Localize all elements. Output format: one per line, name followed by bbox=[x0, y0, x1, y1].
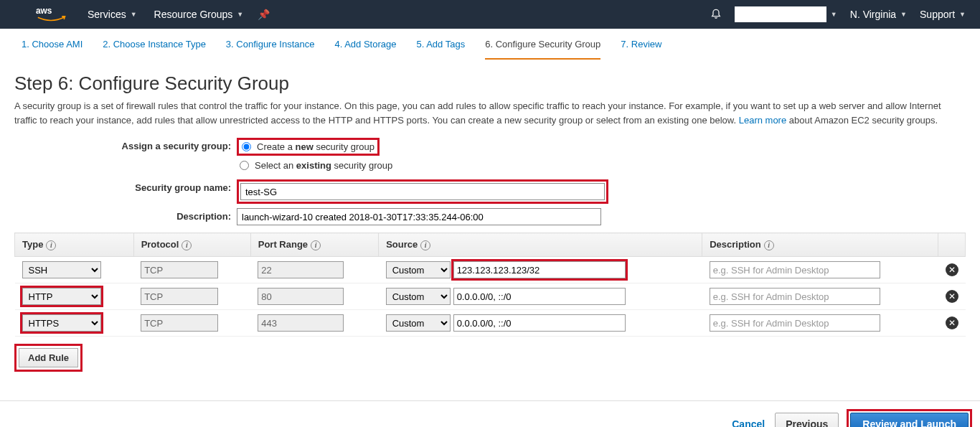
rule-protocol-input bbox=[141, 288, 218, 305]
pin-icon[interactable]: 📌 bbox=[258, 9, 270, 20]
rule-source-mode-select[interactable]: Custom bbox=[386, 261, 451, 278]
nav-services[interactable]: Services ▼ bbox=[88, 9, 137, 20]
svg-text:aws: aws bbox=[36, 6, 52, 16]
th-type: Typei bbox=[15, 233, 134, 257]
wizard-tab[interactable]: 7. Review bbox=[621, 39, 661, 60]
assign-sg-label: Assign a security group: bbox=[14, 138, 237, 151]
rule-source-input[interactable] bbox=[453, 261, 626, 278]
wizard-tab[interactable]: 1. Choose AMI bbox=[22, 39, 83, 60]
caret-down-icon: ▼ bbox=[900, 11, 907, 18]
radio-create-new-sg-wrap: Create a new security group bbox=[237, 138, 380, 156]
review-and-launch-button[interactable]: Review and Launch bbox=[850, 413, 969, 427]
top-nav: aws Services ▼ Resource Groups ▼ 📌 ▼ N. … bbox=[0, 0, 980, 29]
table-row: HTTPCustom✕ bbox=[15, 283, 966, 310]
radio-select-existing-sg[interactable] bbox=[240, 161, 249, 170]
rule-port-input bbox=[258, 288, 344, 305]
info-icon[interactable]: i bbox=[311, 240, 321, 250]
info-icon[interactable]: i bbox=[182, 240, 192, 250]
th-port-range: Port Rangei bbox=[250, 233, 378, 257]
rule-source-mode-select[interactable]: Custom bbox=[386, 314, 451, 332]
radio-select-existing-sg-wrap: Select an existing security group bbox=[237, 159, 966, 172]
rule-protocol-input bbox=[141, 261, 218, 278]
nav-resource-groups[interactable]: Resource Groups ▼ bbox=[154, 9, 244, 20]
account-dropdown[interactable] bbox=[735, 6, 826, 22]
remove-rule-icon[interactable]: ✕ bbox=[946, 316, 958, 329]
table-row: HTTPSCustom✕ bbox=[15, 310, 966, 337]
info-icon[interactable]: i bbox=[764, 240, 774, 250]
rule-source-input[interactable] bbox=[453, 288, 626, 305]
sg-desc-input[interactable] bbox=[237, 208, 601, 225]
rule-description-input[interactable] bbox=[710, 314, 880, 332]
wizard-tab[interactable]: 3. Configure Instance bbox=[226, 39, 315, 60]
caret-down-icon: ▼ bbox=[959, 11, 966, 18]
info-icon[interactable]: i bbox=[46, 240, 56, 250]
nav-resource-groups-label: Resource Groups bbox=[154, 9, 233, 20]
region-selector[interactable]: N. Virginia ▼ bbox=[850, 9, 907, 20]
remove-rule-icon[interactable]: ✕ bbox=[946, 290, 958, 303]
rule-source-input[interactable] bbox=[453, 314, 626, 332]
page-desc-post: about Amazon EC2 security groups. bbox=[786, 115, 938, 126]
rule-description-input[interactable] bbox=[710, 261, 880, 278]
sg-name-input[interactable] bbox=[240, 183, 605, 200]
security-rules-table: Typei Protocoli Port Rangei Sourcei Desc… bbox=[14, 233, 966, 337]
caret-down-icon: ▼ bbox=[131, 11, 137, 18]
radio-select-existing-sg-label[interactable]: Select an existing security group bbox=[255, 160, 392, 171]
previous-button[interactable]: Previous bbox=[775, 413, 839, 427]
th-description: Descriptioni bbox=[702, 233, 938, 257]
nav-right: ▼ N. Virginia ▼ Support ▼ bbox=[710, 6, 966, 22]
rule-port-input bbox=[258, 314, 344, 332]
add-rule-button[interactable]: Add Rule bbox=[19, 348, 78, 367]
th-protocol: Protocoli bbox=[133, 233, 250, 257]
radio-create-new-sg-label[interactable]: Create a new security group bbox=[257, 141, 374, 152]
rule-type-select[interactable]: SSH bbox=[22, 261, 101, 278]
aws-logo[interactable]: aws bbox=[36, 5, 66, 24]
rule-description-input[interactable] bbox=[710, 288, 880, 305]
sg-desc-label: Description: bbox=[14, 208, 237, 222]
info-icon[interactable]: i bbox=[420, 240, 430, 250]
radio-create-new-sg[interactable] bbox=[242, 142, 251, 151]
rule-protocol-input bbox=[141, 314, 218, 332]
wizard-tab[interactable]: 2. Choose Instance Type bbox=[103, 39, 206, 60]
caret-down-icon: ▼ bbox=[237, 11, 243, 18]
rule-port-input bbox=[258, 261, 344, 278]
table-row: SSHCustom✕ bbox=[15, 257, 966, 283]
page-description: A security group is a set of firewall ru… bbox=[14, 99, 966, 128]
region-label: N. Virginia bbox=[850, 9, 896, 20]
wizard-tab[interactable]: 5. Add Tags bbox=[416, 39, 465, 60]
rule-type-select[interactable]: HTTP bbox=[22, 288, 101, 305]
wizard-tab[interactable]: 4. Add Storage bbox=[334, 39, 396, 60]
rule-source-mode-select[interactable]: Custom bbox=[386, 288, 451, 305]
cancel-link[interactable]: Cancel bbox=[732, 418, 765, 427]
rule-type-select[interactable]: HTTPS bbox=[22, 314, 101, 332]
sg-name-label: Security group name: bbox=[14, 179, 237, 193]
bell-icon[interactable] bbox=[710, 7, 722, 22]
remove-rule-icon[interactable]: ✕ bbox=[946, 263, 958, 276]
wizard-tab[interactable]: 6. Configure Security Group bbox=[485, 39, 600, 60]
wizard-tabs: 1. Choose AMI2. Choose Instance Type3. C… bbox=[0, 29, 980, 60]
caret-down-icon: ▼ bbox=[831, 11, 837, 18]
learn-more-link[interactable]: Learn more bbox=[739, 115, 786, 126]
wizard-footer: Cancel Previous Review and Launch bbox=[0, 400, 980, 427]
nav-services-label: Services bbox=[88, 9, 126, 20]
support-menu[interactable]: Support ▼ bbox=[920, 9, 966, 20]
page-title: Step 6: Configure Security Group bbox=[14, 72, 966, 95]
support-label: Support bbox=[920, 9, 955, 20]
th-source: Sourcei bbox=[379, 233, 702, 257]
